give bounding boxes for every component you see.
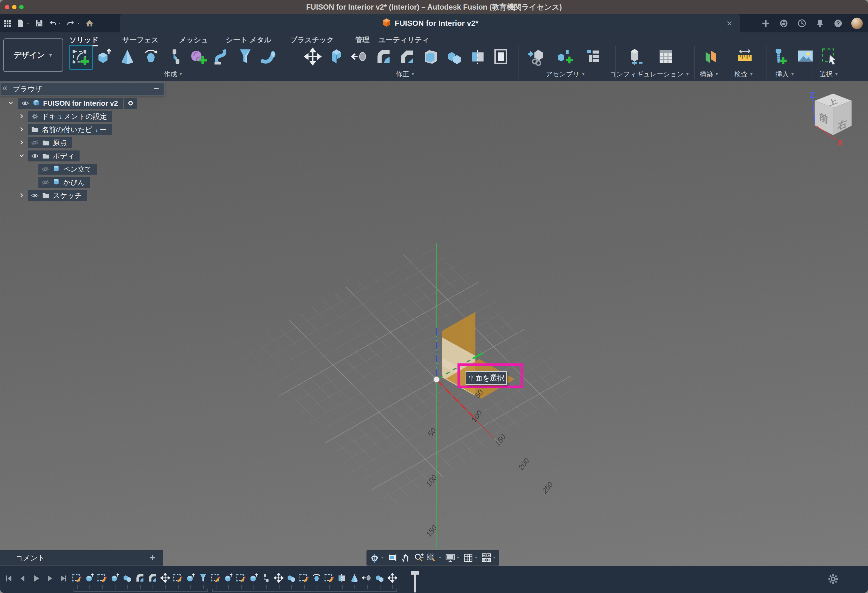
tool-create-form[interactable]	[187, 45, 209, 68]
browser-row[interactable]: FUISON for Interior v2	[18, 98, 137, 109]
home-button[interactable]	[85, 19, 94, 28]
workspace-selector[interactable]: デザイン ▼	[3, 38, 63, 72]
tool-replace-face[interactable]	[490, 45, 512, 68]
add-comment-button[interactable]: +	[150, 552, 155, 563]
step-back-button[interactable]	[17, 572, 28, 585]
timeline-feature-fillet[interactable]	[146, 572, 159, 584]
tool-move-copy[interactable]	[302, 45, 324, 68]
timeline-feature-extrude[interactable]	[222, 572, 234, 584]
chevron-expanded-icon[interactable]	[18, 152, 26, 160]
browser-row[interactable]: ペン立て	[38, 164, 97, 174]
ribbon-tab-4[interactable]: シート メタル	[226, 35, 271, 44]
timeline-feature-extrude[interactable]	[83, 572, 96, 584]
tool-offset-face[interactable]	[349, 45, 371, 68]
visibility-off-icon[interactable]	[41, 165, 49, 173]
chevron-collapsed-icon[interactable]	[18, 112, 26, 120]
file-menu-button[interactable]	[16, 19, 31, 28]
tool-measure[interactable]	[734, 45, 756, 68]
activate-component-radio[interactable]	[127, 99, 135, 107]
zoom-button[interactable]	[413, 552, 424, 563]
timeline-feature-extrude[interactable]	[248, 572, 260, 584]
timeline-feature-split[interactable]	[336, 572, 348, 584]
tool-pipe[interactable]	[258, 45, 280, 68]
browser-row[interactable]: 名前の付いたビュー	[28, 124, 112, 135]
ribbon-tab-6[interactable]: 管理	[355, 35, 369, 44]
tool-joint[interactable]	[554, 45, 576, 68]
timeline-feature-sketch[interactable]	[96, 572, 108, 584]
timeline-feature-move[interactable]	[273, 572, 285, 584]
visibility-on-icon[interactable]	[31, 152, 39, 160]
group-label-1[interactable]: 作成▼	[164, 70, 183, 78]
timeline-feature-sketch[interactable]	[298, 572, 310, 584]
play-button[interactable]	[31, 572, 42, 585]
ribbon-tab-3[interactable]: メッシュ	[179, 35, 208, 44]
tool-press-pull[interactable]	[325, 45, 347, 68]
minimize-panel-icon[interactable]	[152, 84, 161, 94]
tool-create-sketch[interactable]	[69, 45, 93, 70]
tool-canvas[interactable]	[794, 45, 816, 68]
timeline-feature-sketch[interactable]	[71, 572, 83, 584]
tool-loft[interactable]	[234, 45, 256, 68]
chevron-collapsed-icon[interactable]	[18, 191, 26, 199]
ribbon-tab-1[interactable]: ソリッド	[69, 35, 99, 44]
tool-chamfer[interactable]	[396, 45, 418, 68]
group-label-3[interactable]: アセンブリ▼	[546, 70, 586, 78]
browser-row[interactable]: ドキュメントの設定	[28, 111, 112, 122]
timeline-feature-revolvearc[interactable]	[310, 572, 323, 584]
viewport-3d[interactable]	[0, 81, 868, 593]
timeline-playhead[interactable]	[411, 571, 419, 593]
tool-as-built-joint[interactable]	[582, 45, 604, 68]
tool-select[interactable]	[819, 45, 841, 68]
visibility-off-icon[interactable]	[31, 139, 39, 147]
browser-panel-header[interactable]: ブラウザ	[0, 82, 165, 96]
notifications-button[interactable]	[815, 18, 825, 28]
pan-button[interactable]	[400, 552, 411, 563]
timeline-feature-move[interactable]	[386, 572, 399, 584]
timeline-feature-align[interactable]	[260, 572, 272, 584]
timeline-feature-offset[interactable]	[361, 572, 373, 584]
timeline-feature-sketch[interactable]	[235, 572, 247, 584]
visibility-on-icon[interactable]	[21, 99, 30, 107]
go-to-end-button[interactable]	[58, 572, 69, 585]
step-forward-button[interactable]	[44, 572, 55, 585]
tool-offset-plane[interactable]	[700, 45, 722, 68]
browser-row[interactable]: スケッチ	[28, 190, 87, 201]
ribbon-tab-7[interactable]: ユーティリティ	[378, 35, 430, 44]
timeline-feature-cone[interactable]	[348, 572, 360, 584]
group-label-6[interactable]: 検査▼	[734, 70, 754, 78]
redo-button[interactable]	[66, 19, 81, 28]
close-tab-icon[interactable]	[724, 18, 735, 28]
visibility-off-icon[interactable]	[41, 178, 49, 186]
group-label-7[interactable]: 挿入▼	[775, 70, 795, 78]
timeline-feature-fillet[interactable]	[134, 572, 146, 584]
timeline-feature-extrude[interactable]	[109, 572, 121, 584]
display-settings-button[interactable]	[445, 552, 461, 563]
tool-combine[interactable]	[443, 45, 465, 68]
grid-settings-button[interactable]	[463, 552, 479, 563]
chevron-expanded-icon[interactable]	[7, 99, 15, 107]
undo-button[interactable]	[48, 19, 62, 28]
timeline-feature-sketch[interactable]	[323, 572, 335, 584]
look-at-button[interactable]	[387, 552, 398, 563]
timeline-feature-loft[interactable]	[197, 572, 209, 584]
group-label-8[interactable]: 選択▼	[819, 70, 838, 78]
timeline-feature-combine[interactable]	[121, 572, 133, 584]
timeline-feature-sketch[interactable]	[210, 572, 221, 584]
comments-panel[interactable]: コメント +	[0, 550, 163, 566]
document-tab[interactable]: FUISON for Interior v2*	[120, 14, 740, 33]
chevron-collapsed-icon[interactable]	[18, 125, 26, 133]
browser-row[interactable]: ボディ	[28, 151, 80, 161]
tool-hole[interactable]	[164, 45, 186, 68]
timeline-feature-extrude[interactable]	[185, 572, 196, 584]
new-tab-button[interactable]	[760, 18, 771, 28]
app-grid-button[interactable]	[3, 19, 12, 28]
tool-fillet[interactable]	[372, 45, 394, 68]
ribbon-tab-2[interactable]: サーフェス	[123, 35, 159, 44]
window-zoom-button[interactable]	[427, 552, 443, 563]
browser-row[interactable]: 原点	[28, 137, 72, 148]
go-to-start-button[interactable]	[3, 572, 14, 585]
extensions-button[interactable]	[779, 18, 789, 28]
group-label-5[interactable]: 構築▼	[700, 70, 719, 78]
tool-revolve[interactable]	[116, 45, 138, 68]
group-label-2[interactable]: 修正▼	[396, 70, 415, 78]
